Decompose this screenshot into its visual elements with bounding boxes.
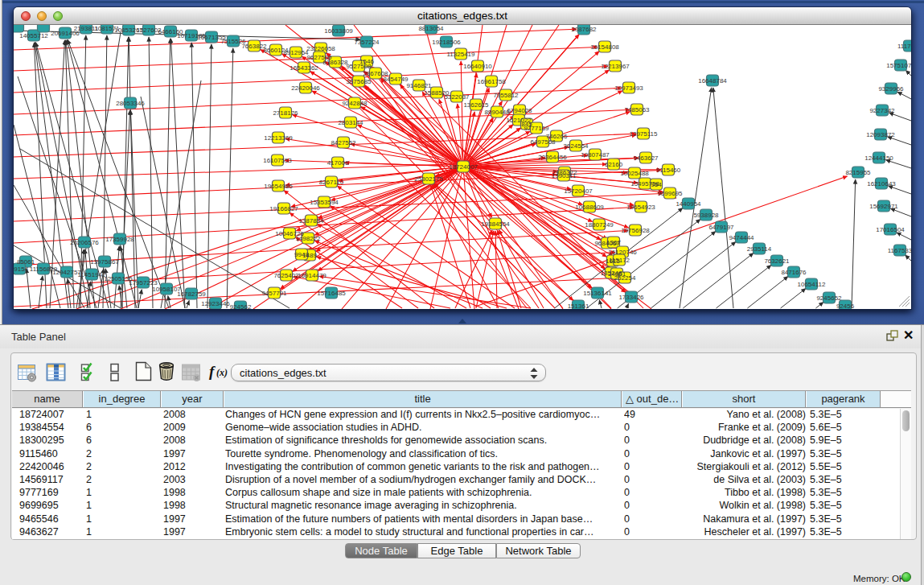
svg-text:9115460: 9115460 (656, 167, 681, 174)
svg-text:115172: 115172 (609, 257, 630, 264)
svg-text:20206576: 20206576 (70, 239, 99, 246)
svg-text:15136141: 15136141 (583, 290, 612, 297)
svg-text:23226058: 23226058 (306, 45, 335, 52)
svg-text:8267110: 8267110 (319, 179, 344, 186)
svg-text:19654985: 19654985 (264, 183, 293, 190)
svg-text:5322037: 5322037 (444, 93, 470, 101)
svg-text:25302175: 25302175 (414, 175, 443, 183)
svg-text:13975867: 13975867 (90, 258, 119, 266)
svg-text:954: 954 (651, 181, 662, 188)
svg-text:12444150: 12444150 (864, 154, 893, 162)
svg-text:19384554: 19384554 (481, 220, 510, 228)
svg-text:9242848: 9242848 (342, 100, 368, 107)
svg-text:28053346: 28053346 (116, 100, 145, 107)
svg-text:16120746: 16120746 (608, 249, 637, 256)
svg-text:11451942: 11451942 (78, 271, 107, 278)
svg-text:7632621: 7632621 (764, 257, 790, 265)
svg-text:10688609: 10688609 (575, 204, 604, 211)
svg-text:16543362: 16543362 (290, 64, 318, 72)
svg-text:7357224: 7357224 (354, 39, 380, 46)
svg-text:16154808: 16154808 (590, 43, 619, 51)
svg-text:8990448: 8990448 (484, 109, 510, 116)
svg-text:9227342: 9227342 (869, 107, 895, 114)
svg-text:1367: 1367 (606, 239, 621, 246)
svg-text:16914479: 16914479 (298, 272, 326, 279)
svg-text:16107553: 16107553 (263, 157, 292, 164)
svg-text:12213369: 12213369 (264, 134, 293, 142)
svg-text:17016504: 17016504 (876, 226, 905, 233)
svg-text:9146821: 9146821 (406, 82, 432, 89)
svg-text:14055712: 14055712 (19, 32, 48, 39)
svg-text:2935114: 2935114 (747, 245, 772, 253)
svg-text:39154: 39154 (14, 266, 29, 273)
svg-text:19166827: 19166827 (269, 205, 298, 212)
svg-text:1387834: 1387834 (298, 217, 324, 225)
svg-text:18807249: 18807249 (585, 221, 614, 229)
svg-text:8215955: 8215955 (845, 169, 871, 176)
svg-text:19654923: 19654923 (626, 204, 655, 211)
svg-text:15692971: 15692971 (869, 203, 898, 210)
svg-text:19756928: 19756928 (621, 227, 650, 234)
svg-text:252254: 252254 (614, 274, 636, 282)
svg-text:1117644: 1117644 (897, 43, 911, 50)
svg-text:17359928: 17359928 (105, 236, 134, 243)
svg-text:417006: 417006 (327, 159, 349, 167)
svg-text:8813054: 8813054 (418, 25, 444, 32)
svg-text:2087682: 2087682 (571, 26, 597, 33)
svg-text:10973493: 10973493 (614, 84, 643, 92)
svg-text:10046726: 10046726 (275, 230, 304, 237)
svg-text:16640910: 16640910 (463, 63, 492, 70)
svg-text:3624554: 3624554 (563, 142, 589, 150)
svg-text:12923446: 12923446 (201, 300, 230, 307)
svg-text:8186328: 8186328 (322, 59, 348, 66)
svg-text:8912954: 8912954 (283, 49, 309, 56)
svg-text:10025488: 10025488 (620, 170, 649, 177)
svg-text:3675685: 3675685 (346, 78, 372, 85)
svg-text:2803144: 2803144 (338, 119, 363, 126)
svg-text:12213967: 12213967 (601, 63, 630, 70)
svg-text:7955812: 7955812 (493, 92, 519, 99)
svg-text:92456: 92456 (836, 303, 855, 310)
svg-text:7485063: 7485063 (624, 106, 650, 113)
svg-text:151361: 151361 (568, 303, 589, 310)
svg-text:6794028: 6794028 (507, 107, 532, 114)
svg-text:18724007: 18724007 (449, 163, 478, 171)
svg-text:(x): (x) (216, 367, 228, 378)
svg-text:924562: 924562 (230, 303, 252, 310)
svg-text:12975115: 12975115 (630, 130, 659, 138)
svg-text:15353594: 15353594 (310, 199, 339, 206)
svg-text:9329966: 9329966 (878, 85, 904, 93)
svg-text:12093872: 12093872 (866, 131, 895, 138)
svg-text:16210643: 16210643 (867, 180, 896, 187)
svg-text:9457791: 9457791 (261, 290, 287, 297)
svg-text:85061: 85061 (17, 258, 35, 266)
svg-text:1440954: 1440954 (676, 200, 701, 208)
svg-text:9948: 9948 (294, 251, 309, 258)
svg-text:10654112: 10654112 (798, 281, 827, 288)
svg-text:9463627: 9463627 (633, 154, 659, 162)
svg-text:9699695: 9699695 (657, 190, 683, 197)
svg-text:15751074: 15751074 (886, 62, 911, 69)
svg-text:16961758: 16961758 (477, 78, 506, 85)
svg-text:8427552: 8427552 (331, 139, 356, 146)
svg-text:15720407: 15720407 (564, 187, 593, 195)
svg-text:11325419: 11325419 (447, 51, 476, 58)
svg-text:16782759: 16782759 (177, 290, 206, 298)
svg-text:19218506: 19218506 (432, 39, 461, 46)
svg-text:9245652: 9245652 (816, 295, 842, 302)
svg-text:9777169: 9777169 (524, 125, 549, 132)
svg-text:1167533: 1167533 (888, 247, 911, 254)
svg-text:1362615: 1362615 (463, 101, 489, 109)
svg-text:16033809: 16033809 (324, 27, 353, 35)
svg-text:1733426: 1733426 (618, 294, 644, 301)
svg-text:8454749: 8454749 (383, 76, 409, 83)
svg-text:5938928: 5938928 (693, 212, 719, 219)
svg-text:22420046: 22420046 (291, 84, 320, 92)
svg-text:9474444: 9474444 (729, 234, 754, 241)
svg-text:7625402: 7625402 (273, 272, 299, 279)
svg-text:20364456: 20364456 (538, 154, 567, 161)
svg-text:f: f (209, 363, 216, 380)
svg-text:62160: 62160 (605, 161, 623, 168)
svg-text:10807487: 10807487 (581, 151, 610, 159)
svg-text:9527508: 9527508 (346, 63, 372, 70)
